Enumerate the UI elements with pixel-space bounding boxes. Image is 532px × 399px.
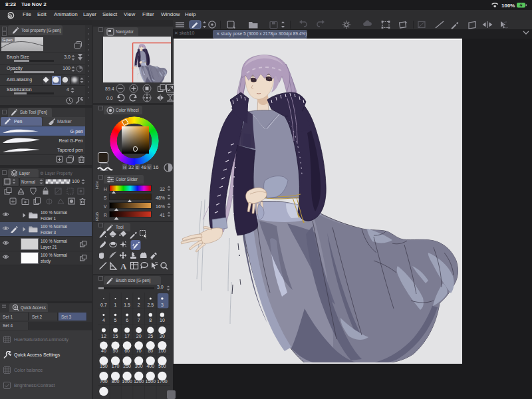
svg-text:250: 250	[123, 364, 131, 368]
svg-text:1200: 1200	[134, 379, 144, 384]
svg-text:2.5: 2.5	[147, 303, 154, 307]
svg-text:5: 5	[114, 318, 117, 323]
svg-text:6: 6	[126, 318, 128, 323]
svg-text:16: 16	[153, 164, 158, 170]
svg-text:100%: 100%	[501, 3, 515, 9]
svg-text:A: A	[120, 261, 127, 271]
svg-text:10: 10	[160, 318, 165, 323]
svg-text:V: V	[148, 166, 150, 170]
svg-text:12: 12	[101, 334, 106, 338]
svg-text:1500: 1500	[146, 379, 156, 384]
svg-text:2: 2	[138, 303, 140, 307]
svg-text:4: 4	[102, 318, 105, 323]
svg-text:1.5: 1.5	[124, 303, 130, 307]
svg-text:500: 500	[158, 364, 166, 368]
svg-text:17: 17	[124, 334, 130, 338]
svg-text:60: 60	[124, 348, 130, 353]
svg-text:0.7: 0.7	[100, 303, 107, 307]
svg-text:1000: 1000	[122, 379, 132, 384]
svg-text:100: 100	[158, 348, 166, 353]
svg-text:30: 30	[160, 334, 165, 338]
svg-text:170: 170	[112, 364, 120, 368]
svg-text:S: S	[136, 166, 138, 170]
svg-text:48: 48	[141, 164, 146, 170]
svg-text:300: 300	[135, 364, 143, 368]
svg-text:150: 150	[100, 364, 108, 368]
svg-text:1700: 1700	[157, 379, 168, 384]
svg-text:80: 80	[148, 348, 153, 353]
svg-text:70: 70	[136, 348, 142, 353]
svg-text:40: 40	[101, 348, 106, 353]
svg-text:H: H	[123, 166, 126, 170]
svg-text:3: 3	[161, 303, 164, 307]
svg-text:800: 800	[112, 379, 120, 384]
svg-text:25: 25	[148, 334, 153, 338]
svg-text:8: 8	[149, 318, 152, 323]
svg-text:32: 32	[128, 164, 134, 170]
svg-text:400: 400	[146, 364, 154, 368]
svg-text:20: 20	[136, 334, 142, 338]
svg-text:700: 700	[100, 379, 108, 384]
svg-text:15: 15	[113, 334, 118, 338]
svg-text:G-pen: G-pen	[3, 38, 13, 42]
svg-text:1: 1	[114, 303, 117, 307]
svg-text:7: 7	[138, 318, 140, 323]
svg-text:0.0: 0.0	[106, 96, 113, 100]
svg-text:89.4: 89.4	[105, 86, 114, 91]
svg-text:50: 50	[113, 348, 118, 353]
